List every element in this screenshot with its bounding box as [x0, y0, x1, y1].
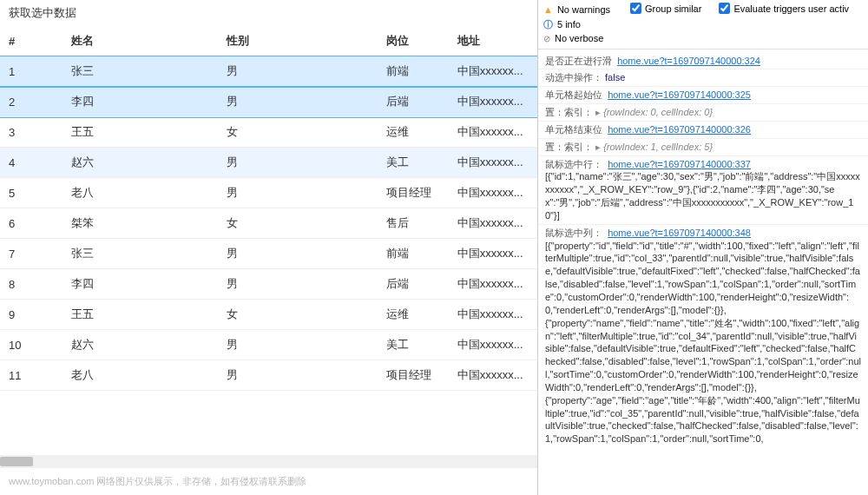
- cell-job[interactable]: 售后: [378, 208, 449, 239]
- cell-name[interactable]: 张三: [62, 239, 218, 269]
- cell-id[interactable]: 8: [0, 269, 62, 300]
- filter-no-verbose[interactable]: ⊘No verbose: [543, 31, 620, 46]
- cell-addr[interactable]: 中国xxxxxx...: [449, 56, 537, 87]
- panel-title: 获取选中数据: [0, 0, 537, 26]
- cell-id[interactable]: 2: [0, 87, 62, 117]
- cell-job[interactable]: 美工: [378, 330, 449, 360]
- cell-sex[interactable]: 女: [218, 117, 378, 148]
- cell-sex[interactable]: 男: [218, 178, 378, 208]
- cell-name[interactable]: 赵六: [62, 330, 218, 360]
- cell-job[interactable]: 后端: [378, 269, 449, 300]
- cell-id[interactable]: 3: [0, 117, 62, 148]
- cell-sex[interactable]: 男: [218, 360, 378, 391]
- cell-sex[interactable]: 女: [218, 208, 378, 239]
- footer-text: www.toymoban.com 网络图片仅供展示，非存储，如有侵权请联系删除: [0, 468, 537, 495]
- cell-name[interactable]: 老八: [62, 360, 218, 391]
- table-row[interactable]: 10赵六男美工中国xxxxxx...: [0, 330, 537, 360]
- cell-name[interactable]: 王五: [62, 117, 218, 148]
- cell-job[interactable]: 运维: [378, 300, 449, 330]
- cell-name[interactable]: 张三: [62, 56, 218, 87]
- cell-job[interactable]: 运维: [378, 117, 449, 148]
- table-row[interactable]: 6桀笨女售后中国xxxxxx...: [0, 208, 537, 239]
- warning-icon: ▲: [543, 3, 553, 17]
- cell-name[interactable]: 李四: [62, 87, 218, 117]
- table-row[interactable]: 1张三男前端中国xxxxxx...: [0, 56, 537, 87]
- cell-addr[interactable]: 中国xxxxxx...: [449, 300, 537, 330]
- cell-addr[interactable]: 中国xxxxxx...: [449, 269, 537, 300]
- table-row[interactable]: 4赵六男美工中国xxxxxx...: [0, 148, 537, 178]
- table-row[interactable]: 8李四男后端中国xxxxxx...: [0, 269, 537, 300]
- cell-id[interactable]: 9: [0, 300, 62, 330]
- cell-sex[interactable]: 男: [218, 269, 378, 300]
- cell-job[interactable]: 项目经理: [378, 360, 449, 391]
- cell-name[interactable]: 王五: [62, 300, 218, 330]
- cell-sex[interactable]: 男: [218, 148, 378, 178]
- cell-id[interactable]: 5: [0, 178, 62, 208]
- cell-job[interactable]: 后端: [378, 87, 449, 117]
- console-filter-bar: ▲No warnings ⓘ5 info ⊘No verbose Group s…: [538, 0, 868, 50]
- cell-id[interactable]: 4: [0, 148, 62, 178]
- cell-sex[interactable]: 女: [218, 300, 378, 330]
- cell-id[interactable]: 7: [0, 239, 62, 269]
- column-header-id[interactable]: #: [0, 26, 62, 56]
- console-output[interactable]: 是否正在进行滑 home.vue?t=1697097140000:324 动选中…: [538, 50, 868, 496]
- cell-job[interactable]: 前端: [378, 239, 449, 269]
- column-header-job[interactable]: 岗位: [378, 26, 449, 56]
- cell-job[interactable]: 美工: [378, 148, 449, 178]
- cell-sex[interactable]: 男: [218, 330, 378, 360]
- table-row[interactable]: 11老八男项目经理中国xxxxxx...: [0, 360, 537, 391]
- cell-name[interactable]: 李四: [62, 269, 218, 300]
- source-link[interactable]: home.vue?t=1697097140000:337: [608, 159, 751, 169]
- source-link[interactable]: home.vue?t=1697097140000:325: [608, 89, 751, 100]
- table-row[interactable]: 2李四男后端中国xxxxxx...: [0, 87, 537, 117]
- cell-name[interactable]: 桀笨: [62, 208, 218, 239]
- cell-addr[interactable]: 中国xxxxxx...: [449, 208, 537, 239]
- table-header-row: #姓名性别岗位地址: [0, 26, 537, 56]
- cell-sex[interactable]: 男: [218, 87, 378, 117]
- horizontal-scrollbar[interactable]: [0, 455, 537, 468]
- cell-id[interactable]: 10: [0, 330, 62, 360]
- evaluate-triggers-checkbox[interactable]: Evaluate triggers user activ: [719, 3, 849, 14]
- table-body: 1张三男前端中国xxxxxx...2李四男后端中国xxxxxx...3王五女运维…: [0, 56, 537, 391]
- cell-id[interactable]: 11: [0, 360, 62, 391]
- column-header-name[interactable]: 姓名: [62, 26, 218, 56]
- cell-addr[interactable]: 中国xxxxxx...: [449, 330, 537, 360]
- table-row[interactable]: 3王五女运维中国xxxxxx...: [0, 117, 537, 148]
- app-panel: 获取选中数据 #姓名性别岗位地址 1张三男前端中国xxxxxx...2李四男后端…: [0, 0, 538, 495]
- table-row[interactable]: 5老八男项目经理中国xxxxxx...: [0, 178, 537, 208]
- table-row[interactable]: 7张三男前端中国xxxxxx...: [0, 239, 537, 269]
- table-row[interactable]: 9王五女运维中国xxxxxx...: [0, 300, 537, 330]
- cell-addr[interactable]: 中国xxxxxx...: [449, 87, 537, 117]
- source-link[interactable]: home.vue?t=1697097140000:324: [617, 56, 760, 66]
- scrollbar-thumb[interactable]: [0, 457, 33, 466]
- cell-job[interactable]: 项目经理: [378, 178, 449, 208]
- ban-icon: ⊘: [543, 32, 550, 45]
- group-similar-checkbox[interactable]: Group similar: [630, 3, 701, 14]
- cell-addr[interactable]: 中国xxxxxx...: [449, 178, 537, 208]
- filter-no-warnings[interactable]: ▲No warnings: [543, 3, 620, 17]
- cell-id[interactable]: 1: [0, 56, 62, 87]
- cell-id[interactable]: 6: [0, 208, 62, 239]
- cell-addr[interactable]: 中国xxxxxx...: [449, 360, 537, 391]
- cell-addr[interactable]: 中国xxxxxx...: [449, 239, 537, 269]
- data-table: #姓名性别岗位地址 1张三男前端中国xxxxxx...2李四男后端中国xxxxx…: [0, 26, 537, 455]
- source-link[interactable]: home.vue?t=1697097140000:326: [608, 124, 751, 135]
- filter-info[interactable]: ⓘ5 info: [543, 17, 620, 32]
- cell-name[interactable]: 赵六: [62, 148, 218, 178]
- cell-addr[interactable]: 中国xxxxxx...: [449, 117, 537, 148]
- cell-job[interactable]: 前端: [378, 56, 449, 87]
- column-header-addr[interactable]: 地址: [449, 26, 537, 56]
- info-icon: ⓘ: [543, 17, 553, 32]
- cell-addr[interactable]: 中国xxxxxx...: [449, 148, 537, 178]
- column-header-sex[interactable]: 性别: [218, 26, 378, 56]
- cell-sex[interactable]: 男: [218, 56, 378, 87]
- devtools-console: ▲No warnings ⓘ5 info ⊘No verbose Group s…: [538, 0, 868, 495]
- cell-name[interactable]: 老八: [62, 178, 218, 208]
- source-link[interactable]: home.vue?t=1697097140000:348: [608, 228, 751, 238]
- cell-sex[interactable]: 男: [218, 239, 378, 269]
